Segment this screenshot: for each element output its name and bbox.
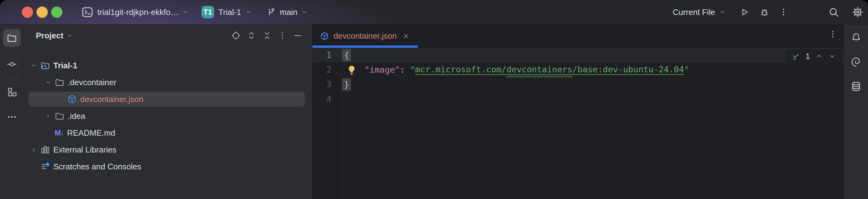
notifications-button[interactable] xyxy=(847,29,865,46)
more-tool-windows-button[interactable] xyxy=(3,108,21,126)
branch-name: main xyxy=(280,7,297,17)
tree-item-label: Scratches and Consoles xyxy=(53,162,141,171)
search-everywhere-button[interactable] xyxy=(828,6,839,18)
project-panel: Project xyxy=(24,25,312,199)
folder-icon xyxy=(55,77,65,87)
inspection-widget[interactable]: 1 xyxy=(786,49,842,63)
tree-item-external-libraries[interactable]: External Libraries xyxy=(24,141,312,158)
tab-label: devcontainer.json xyxy=(334,31,397,41)
tree-item-devcontainer-folder[interactable]: .devcontainer xyxy=(24,74,312,91)
expand-all-button[interactable] xyxy=(247,31,256,40)
task-widget[interactable]: Trial-1 xyxy=(218,7,252,17)
bell-icon xyxy=(850,32,862,43)
close-brace: } xyxy=(342,78,351,91)
expand-all-icon xyxy=(247,31,256,40)
chevron-down-icon xyxy=(719,9,726,15)
run-configuration-label: Current File xyxy=(673,7,715,17)
project-widget-name: trial1git-rdjkpn-ekkfo… xyxy=(97,7,179,17)
title-bar: trial1git-rdjkpn-ekkfo… T1 Trial-1 main … xyxy=(0,0,868,25)
tree-item-label: devcontainer.json xyxy=(80,95,143,104)
ai-assistant-swirl-icon xyxy=(850,57,862,68)
editor-area: devcontainer.json 1 { 2 xyxy=(312,25,843,199)
tree-item-devcontainer-json[interactable]: devcontainer.json xyxy=(24,91,312,108)
task-name: Trial-1 xyxy=(218,7,241,17)
chevron-down-icon xyxy=(66,32,73,39)
tree-item-readme[interactable]: M↓ README.md xyxy=(24,125,312,141)
chevron-down-icon[interactable] xyxy=(28,62,39,69)
close-window-button[interactable] xyxy=(22,6,33,18)
tab-options-button[interactable] xyxy=(828,30,837,39)
minimize-window-button[interactable] xyxy=(36,6,48,18)
hide-panel-button[interactable] xyxy=(293,31,303,40)
scratches-icon xyxy=(40,162,50,171)
play-icon xyxy=(740,7,749,17)
inspections-ok-icon xyxy=(791,52,801,61)
code-line-2: 2 "image": "mcr.microsoft.com/devcontain… xyxy=(312,62,843,77)
line-number: 1 xyxy=(312,51,331,60)
folder-icon xyxy=(6,33,17,43)
kebab-icon xyxy=(278,31,287,40)
line-number: 3 xyxy=(312,80,331,89)
task-badge[interactable]: T1 xyxy=(202,6,214,19)
chevron-right-icon[interactable] xyxy=(28,146,39,153)
run-button[interactable] xyxy=(740,7,749,17)
chevron-down-icon[interactable] xyxy=(43,79,53,86)
ellipsis-icon xyxy=(6,112,17,122)
database-button[interactable] xyxy=(847,78,865,95)
code-editor[interactable]: 1 { 2 "image": "mcr.microsoft.com/devcon… xyxy=(312,48,843,199)
tree-item-label: External Libraries xyxy=(53,145,116,155)
commit-tool-button[interactable] xyxy=(3,56,21,73)
typo-highlight: devcontainers xyxy=(506,65,572,74)
zoom-window-button[interactable] xyxy=(51,6,62,18)
panel-options-button[interactable] xyxy=(278,31,287,40)
project-panel-header: Project xyxy=(24,25,312,46)
image-url-link[interactable]: mcr.microsoft.com/devcontainers/base:dev… xyxy=(415,65,684,75)
tree-item-label: .idea xyxy=(68,111,85,121)
tree-item-scratches[interactable]: Scratches and Consoles xyxy=(24,158,312,175)
commit-icon xyxy=(6,59,17,70)
chevron-right-icon[interactable] xyxy=(43,113,53,119)
line-number: 4 xyxy=(312,95,331,104)
settings-button[interactable] xyxy=(852,6,864,18)
branch-widget[interactable]: main xyxy=(266,7,308,17)
project-tool-button[interactable] xyxy=(3,29,21,47)
kebab-icon xyxy=(828,30,837,39)
right-tool-stripe xyxy=(843,25,868,199)
locate-target-icon xyxy=(231,31,241,40)
collapse-all-button[interactable] xyxy=(262,31,272,40)
git-branch-icon xyxy=(266,7,276,17)
code-line-3: 3 } xyxy=(312,77,843,92)
debug-button[interactable] xyxy=(760,7,769,17)
search-icon xyxy=(828,6,839,18)
structure-tool-button[interactable] xyxy=(3,83,21,101)
next-problem-button[interactable] xyxy=(828,52,836,60)
tab-devcontainer-json[interactable]: devcontainer.json xyxy=(312,25,418,47)
left-tool-stripe xyxy=(0,25,24,199)
collapse-all-icon xyxy=(262,31,272,40)
tree-item-trial-1[interactable]: Trial-1 xyxy=(24,57,312,74)
gutter-separator xyxy=(342,48,342,199)
bug-icon xyxy=(760,7,769,17)
terminal-project-icon xyxy=(81,6,94,19)
ide-window: trial1git-rdjkpn-ekkfo… T1 Trial-1 main … xyxy=(0,0,868,199)
close-tab-icon[interactable] xyxy=(402,32,410,40)
tree-item-label: README.md xyxy=(67,128,116,138)
editor-tab-bar: devcontainer.json xyxy=(312,25,843,48)
run-configuration-selector[interactable]: Current File xyxy=(673,7,726,17)
project-tree: Trial-1 .devcontainer devcontainer.json xyxy=(24,57,312,175)
minimize-icon xyxy=(293,31,303,40)
project-panel-title[interactable]: Project xyxy=(36,31,63,40)
tree-item-label: Trial-1 xyxy=(53,61,78,70)
select-opened-file-button[interactable] xyxy=(231,31,241,40)
tree-item-idea-folder[interactable]: .idea xyxy=(24,108,312,125)
previous-problem-button[interactable] xyxy=(815,52,823,60)
traffic-lights xyxy=(22,6,62,18)
gear-icon xyxy=(852,6,864,18)
line-number: 2 xyxy=(312,65,331,74)
more-actions-button[interactable] xyxy=(779,7,788,17)
chevron-down-icon xyxy=(182,9,189,15)
ai-assistant-button[interactable] xyxy=(847,53,865,71)
folder-icon xyxy=(55,111,65,121)
project-widget[interactable]: trial1git-rdjkpn-ekkfo… xyxy=(81,6,189,19)
database-icon xyxy=(850,81,862,92)
